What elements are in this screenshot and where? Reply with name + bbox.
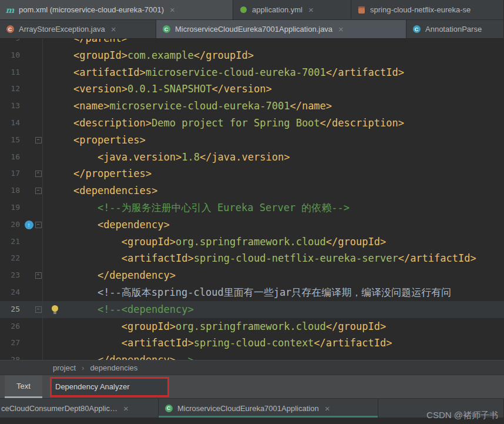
fold-end-icon[interactable]: ^: [35, 272, 42, 279]
tab-eureka7001-application-bottom[interactable]: MicroserviceCloudEureka7001Application ×: [159, 399, 378, 418]
fold-end-icon[interactable]: ^: [35, 171, 42, 177]
code-line-25[interactable]: 25− <!--<dependency>: [0, 301, 504, 318]
code-line-11[interactable]: 11 <artifactId>microservice-cloud-eureka…: [0, 64, 504, 81]
code-line-10[interactable]: 10 <groupId>com.example</groupId>: [0, 47, 504, 64]
tab-eureka7001-application[interactable]: MicroserviceCloudEureka7001Application.j…: [156, 20, 406, 38]
code-text[interactable]: <artifactId>spring-cloud-context</artifa…: [42, 335, 504, 352]
search-input-value: Dependency Analyzer: [55, 382, 129, 391]
code-line-15[interactable]: 15− <properties>: [0, 132, 504, 149]
line-number[interactable]: 10: [0, 47, 23, 64]
code-text[interactable]: </parent>: [42, 39, 504, 47]
line-number[interactable]: 20: [0, 216, 23, 233]
code-line-18[interactable]: 18− <dependencies>: [0, 182, 504, 199]
code-text[interactable]: <!--<dependency>: [42, 301, 504, 318]
code-text[interactable]: <description>Demo project for Spring Boo…: [42, 115, 504, 132]
code-line-12[interactable]: 12 <version>0.0.1-SNAPSHOT</version>: [0, 81, 504, 98]
tab-application-yml[interactable]: application.yml ×: [233, 0, 351, 19]
code-text[interactable]: <!--高版本spring-cloud里面有一些jar只存在编译期，编译没问题运…: [42, 284, 504, 301]
close-icon[interactable]: ×: [308, 5, 314, 14]
code-line-24[interactable]: 24 <!--高版本spring-cloud里面有一些jar只存在编译期，编译没…: [0, 284, 504, 301]
line-number[interactable]: 14: [0, 115, 23, 132]
code-text[interactable]: <properties>: [42, 132, 504, 149]
tab-pom-xml[interactable]: pom.xml (microservice-cloud-eureka-7001)…: [0, 0, 233, 19]
code-line-27[interactable]: 27 <artifactId>spring-cloud-context</art…: [0, 335, 504, 352]
code-line-16[interactable]: 16 <java.version>1.8</java.version>: [0, 149, 504, 166]
line-number[interactable]: 22: [0, 250, 23, 267]
code-text[interactable]: <groupId>com.example</groupId>: [42, 47, 504, 64]
spring-config-icon: [238, 5, 248, 15]
code-line-20[interactable]: 20↑− <dependency>: [0, 216, 504, 233]
line-number[interactable]: 17: [0, 165, 23, 182]
line-number[interactable]: 24: [0, 284, 23, 301]
close-icon[interactable]: ×: [123, 404, 129, 413]
code-line-26[interactable]: 26 <groupId>org.springframework.cloud</g…: [0, 318, 504, 335]
code-line-14[interactable]: 14 <description>Demo project for Spring …: [0, 115, 504, 132]
code-text[interactable]: <groupId>org.springframework.cloud</grou…: [42, 233, 504, 251]
code-text[interactable]: </properties>: [42, 165, 504, 182]
line-number[interactable]: 25: [0, 301, 23, 318]
code-line-9[interactable]: 9 </parent>: [0, 39, 504, 47]
fold-start-icon[interactable]: −: [35, 188, 42, 194]
code-text[interactable]: <dependency>: [42, 216, 504, 233]
code-line-17[interactable]: 17^ </properties>: [0, 165, 504, 182]
line-number[interactable]: 26: [0, 318, 23, 335]
tab-text[interactable]: Text: [5, 375, 42, 398]
watermark: CSDN @褚师子书: [426, 410, 498, 421]
code-text[interactable]: <java.version>1.8</java.version>: [42, 149, 504, 166]
annotation-red-box: Dependency Analyzer: [50, 377, 169, 397]
code-editor[interactable]: 9 </parent>10 <groupId>com.example</grou…: [0, 39, 504, 360]
code-text[interactable]: <artifactId>spring-cloud-netflix-eureka-…: [42, 250, 504, 267]
maven-icon: [5, 5, 15, 15]
code-line-23[interactable]: 23^ </dependency>: [0, 267, 504, 284]
code-text[interactable]: <name>microservice-cloud-eureka-7001</na…: [42, 98, 504, 115]
tab-label: MicroserviceCloudEureka7001Application: [177, 404, 319, 413]
code-line-19[interactable]: 19 <!--为服务注册中心引入 Eureka Server 的依赖-->: [0, 199, 504, 216]
line-number[interactable]: 27: [0, 335, 23, 352]
close-icon[interactable]: ×: [338, 25, 344, 34]
close-icon[interactable]: ×: [111, 25, 116, 34]
line-number[interactable]: 19: [0, 199, 23, 216]
code-line-21[interactable]: 21 <groupId>org.springframework.cloud</g…: [0, 233, 504, 251]
tab-arraystoreexception[interactable]: ArrayStoreException.java ×: [0, 20, 156, 38]
line-number[interactable]: 12: [0, 81, 23, 98]
navigate-gutter-icon[interactable]: ↑: [25, 221, 33, 229]
editor-tab-bar-top: pom.xml (microservice-cloud-eureka-7001)…: [0, 0, 504, 20]
code-text[interactable]: </dependency>: [42, 267, 504, 284]
code-line-13[interactable]: 13 <name>microservice-cloud-eureka-7001<…: [0, 98, 504, 115]
class-icon: [164, 403, 173, 413]
tab-label: ArrayStoreException.java: [19, 25, 105, 34]
fold-start-icon[interactable]: −: [35, 222, 42, 228]
tab-spring-cloud-netflix-eureka[interactable]: spring-cloud-netflix-eureka-se: [351, 0, 504, 19]
line-number[interactable]: 15: [0, 132, 23, 149]
tab-annotationparse[interactable]: AnnotationParse: [406, 20, 504, 38]
search-input[interactable]: Dependency Analyzer: [52, 379, 167, 395]
code-text[interactable]: <!--为服务注册中心引入 Eureka Server 的依赖-->: [42, 199, 504, 216]
close-icon[interactable]: ×: [325, 404, 330, 413]
tab-consumer-dept80[interactable]: ceCloudConsumerDept80Applic… ×: [0, 399, 159, 418]
fold-start-icon[interactable]: −: [35, 306, 42, 313]
tab-label: AnnotationParse: [425, 25, 482, 34]
breadcrumb-separator-icon: ›: [82, 363, 84, 372]
code-text[interactable]: <artifactId>microservice-cloud-eureka-70…: [42, 64, 504, 81]
code-text[interactable]: <version>0.0.1-SNAPSHOT</version>: [42, 81, 504, 98]
code-line-22[interactable]: 22 <artifactId>spring-cloud-netflix-eure…: [0, 250, 504, 267]
code-text[interactable]: <dependencies>: [42, 182, 504, 199]
tab-label: spring-cloud-netflix-eureka-se: [370, 5, 471, 14]
intention-bulb-icon[interactable]: [52, 305, 58, 312]
line-number[interactable]: 18: [0, 182, 23, 199]
line-number[interactable]: 23: [0, 267, 23, 284]
line-number[interactable]: 16: [0, 149, 23, 166]
line-number[interactable]: 11: [0, 64, 23, 81]
code-text[interactable]: <groupId>org.springframework.cloud</grou…: [42, 318, 504, 335]
code-text[interactable]: </dependency>-->: [42, 352, 504, 360]
line-number[interactable]: 21: [0, 233, 23, 251]
breadcrumb-dependencies[interactable]: dependencies: [90, 363, 137, 372]
fold-start-icon[interactable]: −: [35, 137, 42, 143]
breadcrumb-project[interactable]: project: [53, 363, 76, 372]
line-number[interactable]: 13: [0, 98, 23, 115]
line-number[interactable]: 28: [0, 352, 23, 360]
editor-tab-bar-second: ArrayStoreException.java × MicroserviceC…: [0, 20, 504, 39]
close-icon[interactable]: ×: [170, 5, 175, 14]
line-number[interactable]: 9: [0, 39, 23, 47]
code-line-28[interactable]: 28 </dependency>-->: [0, 352, 504, 360]
